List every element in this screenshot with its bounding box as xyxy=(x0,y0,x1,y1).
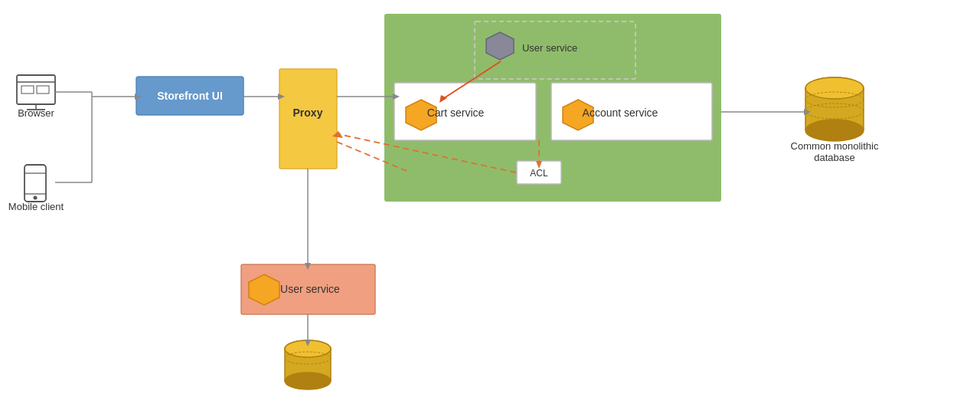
db-right-icon xyxy=(805,77,864,141)
user-service-bottom-label: User service xyxy=(280,283,340,295)
db-bottom-icon xyxy=(285,340,331,389)
proxy-label: Proxy xyxy=(293,107,323,119)
browser-icon xyxy=(17,75,55,110)
svg-point-9 xyxy=(34,196,38,200)
user-service-top-label: User service xyxy=(522,42,577,54)
cart-service-label: Cart service xyxy=(427,107,485,119)
svg-point-20 xyxy=(285,373,331,389)
storefront-label: Storefront UI xyxy=(157,90,223,102)
db-right-label-1: Common monolithic xyxy=(791,140,879,152)
db-right-label-2: database xyxy=(814,152,855,163)
mobile-label: Mobile client xyxy=(8,201,64,212)
account-service-label: Account service xyxy=(583,107,658,119)
svg-rect-3 xyxy=(37,86,49,94)
svg-point-12 xyxy=(805,120,864,141)
acl-label: ACL xyxy=(530,168,548,179)
svg-point-15 xyxy=(805,77,864,99)
svg-rect-2 xyxy=(21,86,34,94)
mobile-icon xyxy=(24,165,46,202)
browser-label: Browser xyxy=(18,107,54,119)
proxy-box xyxy=(279,69,337,169)
